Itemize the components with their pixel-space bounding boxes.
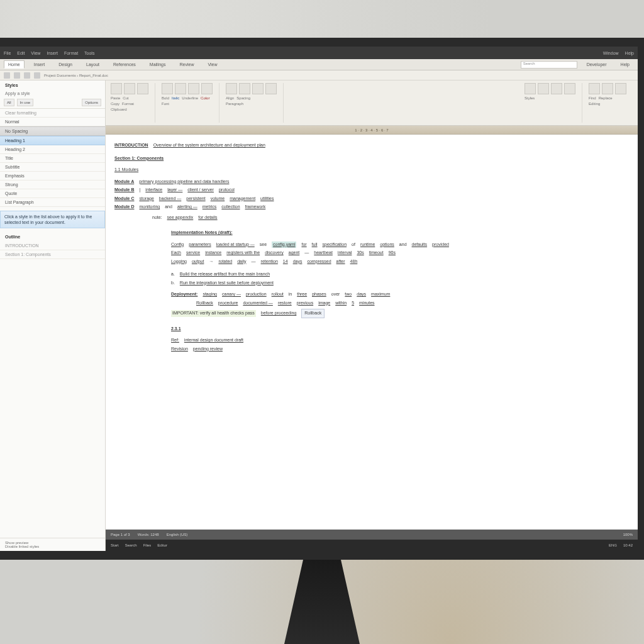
style-heading1[interactable]: Heading 1 <box>0 136 105 145</box>
status-lang[interactable]: English (US) <box>167 533 188 536</box>
style-heading2[interactable]: Heading 2 <box>0 145 105 154</box>
ribbon-tabstrip: Home Insert Design Layout References Mai… <box>0 59 638 70</box>
underline-icon[interactable] <box>188 83 199 94</box>
doc-footer-cell: internal design document draft <box>184 337 243 344</box>
status-words: Words: 1248 <box>138 533 159 536</box>
undo-icon[interactable] <box>14 72 20 79</box>
sidebar-disablelinked[interactable]: Disable linked styles <box>5 545 100 548</box>
doc-cell: alerting — <box>177 204 197 211</box>
menu-file[interactable]: File <box>4 51 11 55</box>
breadcrumb-bar: Project Documents › Report_Final.doc <box>0 70 638 80</box>
doc-subitem-marker: a. <box>171 271 175 278</box>
doc-footer-num: 2.3.1 <box>171 326 629 333</box>
doc-footer-cell: pending review <box>193 346 223 353</box>
bullets-icon[interactable] <box>265 83 277 94</box>
tab-references[interactable]: References <box>109 60 140 69</box>
taskbar-search[interactable]: Search <box>125 543 137 547</box>
tab-insert[interactable]: Insert <box>30 60 50 69</box>
doc-callout-box: Rollback <box>301 309 325 318</box>
copy-icon[interactable] <box>137 83 148 94</box>
style-quote[interactable]: Quote <box>0 189 105 198</box>
taskbar-editor[interactable]: Editor <box>157 543 167 547</box>
doc-section: Section 1: Components <box>114 155 629 162</box>
sidebar-tab-all[interactable]: All <box>4 99 14 106</box>
tab-home[interactable]: Home <box>4 60 25 69</box>
style-clear[interactable]: Clear formatting <box>0 109 105 118</box>
taskbar-clock[interactable]: 10:42 <box>623 543 633 547</box>
doc-subitem-marker: b. <box>171 280 175 287</box>
redo-icon[interactable] <box>24 72 30 79</box>
taskbar-start[interactable]: Start <box>111 543 119 547</box>
tab-view[interactable]: View <box>203 60 221 69</box>
ribbon-label: Bold <box>162 96 169 100</box>
tab-review[interactable]: Review <box>175 60 199 69</box>
ribbon-label: Paste <box>111 96 120 100</box>
menu-format[interactable]: Format <box>64 51 78 55</box>
doc-cell: utilities <box>260 196 274 203</box>
menu-tools[interactable]: Tools <box>84 51 94 55</box>
sidebar-options-button[interactable]: Options <box>82 99 101 106</box>
tab-mailings[interactable]: Mailings <box>145 60 170 69</box>
style-subtitle[interactable]: Subtitle <box>0 163 105 172</box>
indent-icon[interactable] <box>252 83 264 94</box>
style-strong[interactable]: Strong <box>0 180 105 189</box>
tab-help[interactable]: Help <box>616 60 634 69</box>
style-heading1-icon[interactable] <box>538 83 549 94</box>
find-icon[interactable] <box>589 83 600 94</box>
style-heading2-icon[interactable] <box>551 83 562 94</box>
save-icon[interactable] <box>4 72 10 79</box>
ribbon-label: Color <box>201 96 209 100</box>
ruler[interactable]: 1 · 2 · 3 · 4 · 5 · 6 · 7 <box>106 126 638 135</box>
ribbon-label: Cut <box>123 96 128 100</box>
menu-window[interactable]: Window <box>603 51 619 55</box>
doc-cell: Module A <box>114 179 134 186</box>
menu-insert[interactable]: Insert <box>47 51 58 55</box>
spacing-icon[interactable] <box>239 83 250 94</box>
font-size-icon[interactable] <box>201 83 213 94</box>
bold-icon[interactable] <box>162 83 173 94</box>
taskbar-lang[interactable]: ENG <box>609 543 617 547</box>
italic-icon[interactable] <box>175 83 186 94</box>
doc-heading: INTRODUCTION <box>114 142 148 149</box>
search-input[interactable]: Search <box>521 61 577 69</box>
doc-block-line: Config parameters loaded at startup — se… <box>171 242 629 248</box>
doc-cell: and <box>165 204 172 211</box>
cut-icon[interactable] <box>124 83 135 94</box>
taskbar-files[interactable]: Files <box>143 543 152 547</box>
sidebar-footer: Show preview Disable linked styles <box>0 538 105 551</box>
doc-note-item: for details <box>198 214 217 221</box>
paste-icon[interactable] <box>111 83 122 94</box>
menu-view[interactable]: View <box>31 51 40 55</box>
style-listpara[interactable]: List Paragraph <box>0 198 105 207</box>
style-title[interactable]: Title <box>0 154 105 163</box>
select-icon[interactable] <box>615 83 626 94</box>
outline-item[interactable]: Section 1: Components <box>0 250 105 259</box>
tab-layout[interactable]: Layout <box>82 60 104 69</box>
replace-icon[interactable] <box>602 83 613 94</box>
style-nospacing[interactable]: No Spacing <box>0 126 105 136</box>
ribbon-group-name: Styles <box>525 96 575 100</box>
style-emphasis[interactable]: Emphasis <box>0 172 105 180</box>
doc-note-label: note: <box>152 214 162 221</box>
print-icon[interactable] <box>34 72 40 79</box>
doc-cell: client / server <box>187 187 214 194</box>
tab-developer[interactable]: Developer <box>582 60 611 69</box>
outline-item[interactable]: INTRODUCTION <box>0 242 105 250</box>
ribbon-label: Align <box>226 96 234 100</box>
monitor-bezel: File Edit View Insert Format Tools Windo… <box>0 38 644 560</box>
document-canvas[interactable]: INTRODUCTION Overview of the system arch… <box>106 135 638 530</box>
doc-footer-cell: Ref: <box>171 337 179 344</box>
style-normal[interactable]: Normal <box>0 118 105 126</box>
doc-highlight-cont: before proceeding <box>261 310 296 317</box>
style-normal-icon[interactable] <box>525 83 536 94</box>
status-zoom[interactable]: 100% <box>623 533 633 536</box>
menu-edit[interactable]: Edit <box>17 51 25 55</box>
doc-cell: backend — <box>159 196 181 203</box>
statusbar: Page 1 of 3 Words: 1248 English (US) 100… <box>106 530 638 540</box>
style-title-icon[interactable] <box>564 83 575 94</box>
doc-block-line: Logging output → rotated daily — retenti… <box>171 258 629 265</box>
sidebar-tab-inuse[interactable]: In use <box>17 99 33 106</box>
menu-help[interactable]: Help <box>625 51 634 55</box>
align-icon[interactable] <box>226 83 237 94</box>
tab-design[interactable]: Design <box>54 60 77 69</box>
